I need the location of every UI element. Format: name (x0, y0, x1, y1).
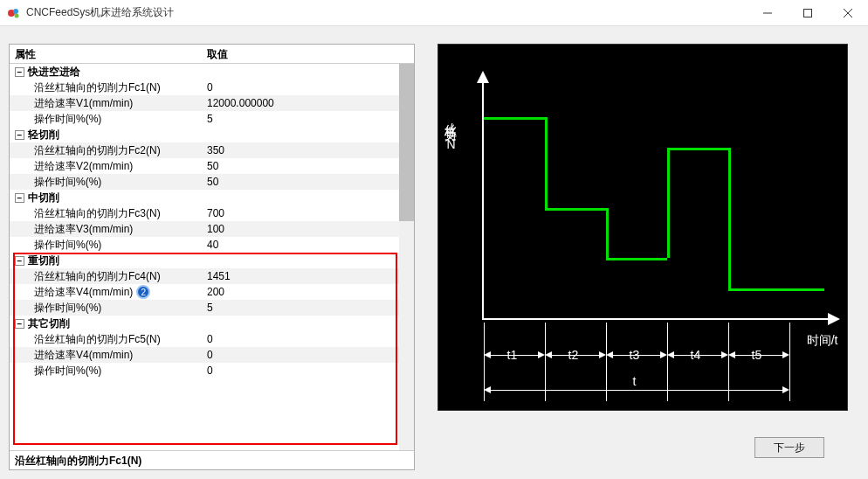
prop-value[interactable]: 350 (202, 143, 414, 157)
property-row[interactable]: 操作时间%(%)40 (10, 237, 414, 253)
prop-value[interactable]: 0 (202, 348, 414, 362)
step-vertical (545, 117, 548, 208)
property-grid: 属性 取值 −快进空进给沿丝杠轴向的切削力Fc1(N)0进给速率V1(mm/mi… (9, 44, 415, 470)
dim-tick (789, 323, 790, 401)
step-segment (667, 148, 728, 150)
header-label: 属性 (10, 45, 202, 63)
description-bar: 沿丝杠轴向的切削力Fc1(N) (10, 450, 414, 469)
prop-value[interactable]: 1451 (202, 269, 414, 283)
y-axis (482, 80, 484, 320)
property-row[interactable]: 进给速率V1(mm/min)12000.000000 (10, 95, 414, 111)
next-button[interactable]: 下一步 (754, 437, 824, 458)
collapse-icon[interactable]: − (15, 319, 24, 329)
group-row[interactable]: −快进空进给 (10, 64, 414, 80)
prop-label: 操作时间%(%) (10, 174, 202, 191)
svg-point-2 (15, 13, 19, 17)
dim-line (674, 355, 721, 356)
prop-label: 进给速率V4(mm/min)2 (10, 284, 202, 301)
step-segment (728, 288, 789, 291)
grid-header: 属性 取值 (10, 45, 414, 64)
property-row[interactable]: 沿丝杠轴向的切削力Fc1(N)0 (10, 80, 414, 95)
property-row[interactable]: 进给速率V3(mm/min)100 (10, 221, 414, 237)
group-row[interactable]: −轻切削 (10, 127, 414, 142)
prop-label: 进给速率V1(mm/min) (10, 95, 202, 112)
maximize-button[interactable] (788, 0, 828, 26)
scrollbar[interactable] (399, 64, 414, 450)
prop-value[interactable]: 5 (202, 301, 414, 315)
collapse-icon[interactable]: − (15, 130, 24, 140)
step-segment (789, 288, 824, 291)
prop-value[interactable]: 40 (202, 238, 414, 252)
collapse-icon[interactable]: − (15, 193, 24, 203)
prop-label: 操作时间%(%) (10, 111, 202, 128)
property-row[interactable]: 进给速率V4(mm/min)0 (10, 347, 414, 363)
property-row[interactable]: 进给速率V2(mm/min)50 (10, 158, 414, 174)
force-time-graph: 丝杠受力/N 时间/t t1t2t3t4t5 t (437, 44, 848, 411)
property-row[interactable]: 操作时间%(%)5 (10, 111, 414, 127)
group-name: 重切削 (28, 254, 59, 267)
prop-value[interactable]: 12000.000000 (202, 96, 414, 110)
property-row[interactable]: 沿丝杠轴向的切削力Fc3(N)700 (10, 205, 414, 221)
group-name: 中切削 (28, 191, 59, 204)
titlebar: CNCFeedSys机床进给系统设计 (0, 0, 868, 26)
group-name: 其它切削 (28, 317, 70, 330)
collapse-icon[interactable]: − (15, 67, 24, 77)
prop-label: 沿丝杠轴向的切削力Fc5(N) (10, 331, 202, 348)
property-row[interactable]: 进给速率V4(mm/min)2200 (10, 284, 414, 300)
prop-label: 沿丝杠轴向的切削力Fc4(N) (10, 268, 202, 285)
property-row[interactable]: 操作时间%(%)0 (10, 363, 414, 378)
prop-value[interactable]: 50 (202, 159, 414, 173)
x-axis (482, 318, 830, 320)
t-label: t (633, 374, 637, 388)
dim-line-total (491, 390, 782, 391)
group-row[interactable]: −重切削 (10, 253, 414, 268)
prop-label: 操作时间%(%) (10, 300, 202, 316)
dim-line (491, 355, 538, 356)
prop-value[interactable]: 700 (202, 206, 414, 220)
dim-line (735, 355, 782, 356)
prop-label: 沿丝杠轴向的切削力Fc2(N) (10, 142, 202, 159)
grid-body: −快进空进给沿丝杠轴向的切削力Fc1(N)0进给速率V1(mm/min)1200… (10, 64, 414, 450)
prop-label: 沿丝杠轴向的切削力Fc3(N) (10, 205, 202, 222)
group-name: 轻切削 (28, 128, 59, 141)
collapse-icon[interactable]: − (15, 256, 24, 266)
prop-label: 操作时间%(%) (10, 363, 202, 379)
y-arrow-icon (477, 71, 489, 83)
prop-value[interactable]: 0 (202, 332, 414, 346)
prop-value[interactable]: 50 (202, 175, 414, 189)
property-row[interactable]: 沿丝杠轴向的切削力Fc2(N)350 (10, 142, 414, 158)
prop-value[interactable]: 0 (202, 364, 414, 378)
minimize-button[interactable] (747, 0, 788, 26)
property-row[interactable]: 操作时间%(%)50 (10, 174, 414, 190)
svg-rect-4 (804, 9, 812, 17)
svg-point-1 (13, 9, 18, 14)
step-vertical (606, 208, 609, 259)
step-segment (484, 117, 545, 120)
dim-line (552, 355, 599, 356)
group-name: 快进空进给 (28, 66, 80, 78)
close-button[interactable] (828, 0, 868, 26)
prop-value[interactable]: 200 (202, 285, 414, 299)
group-row[interactable]: −其它切削 (10, 316, 414, 331)
prop-label: 操作时间%(%) (10, 237, 202, 253)
x-arrow-icon (828, 313, 840, 325)
group-row[interactable]: −中切削 (10, 190, 414, 205)
step-vertical (728, 148, 731, 288)
app-icon (7, 6, 21, 20)
window-title: CNCFeedSys机床进给系统设计 (26, 5, 747, 20)
prop-value[interactable]: 100 (202, 222, 414, 236)
step-segment (545, 208, 606, 211)
step-vertical (667, 148, 670, 259)
prop-label: 进给速率V3(mm/min) (10, 221, 202, 238)
prop-value[interactable]: 5 (202, 112, 414, 126)
prop-value[interactable]: 0 (202, 80, 414, 94)
property-row[interactable]: 操作时间%(%)5 (10, 300, 414, 316)
y-axis-label: 丝杠受力/N (444, 115, 459, 153)
property-row[interactable]: 沿丝杠轴向的切削力Fc5(N)0 (10, 331, 414, 347)
header-value: 取值 (202, 45, 414, 63)
prop-label: 沿丝杠轴向的切削力Fc1(N) (10, 80, 202, 96)
prop-label: 进给速率V2(mm/min) (10, 158, 202, 175)
x-axis-label: 时间/t (807, 333, 838, 349)
property-row[interactable]: 沿丝杠轴向的切削力Fc4(N)1451 (10, 268, 414, 284)
dim-line (613, 355, 660, 356)
